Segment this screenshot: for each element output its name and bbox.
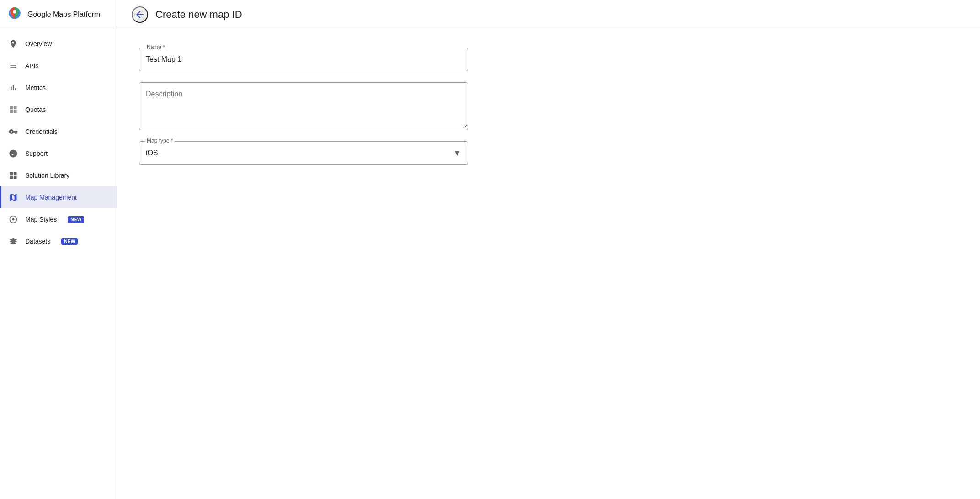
- map-styles-new-badge: NEW: [68, 216, 84, 223]
- sidebar-item-metrics-label: Metrics: [25, 84, 46, 91]
- sidebar-item-map-styles-label: Map Styles: [25, 216, 57, 223]
- metrics-icon: [9, 83, 18, 92]
- datasets-icon: [9, 237, 18, 246]
- sidebar-item-quotas[interactable]: Quotas: [0, 99, 117, 121]
- map-type-field: Map type JavaScript Android iOS ▼: [139, 141, 506, 165]
- map-type-field-wrapper: Map type JavaScript Android iOS ▼: [139, 141, 468, 165]
- credentials-icon: [9, 127, 18, 136]
- datasets-new-badge: NEW: [61, 238, 78, 245]
- map-type-select-wrapper: JavaScript Android iOS ▼: [139, 142, 468, 164]
- sidebar-item-solution-library[interactable]: Solution Library: [0, 165, 117, 186]
- sidebar-item-solution-library-label: Solution Library: [25, 172, 69, 179]
- page-title: Create new map ID: [155, 9, 242, 21]
- map-management-icon: [9, 193, 18, 202]
- overview-icon: [9, 39, 18, 48]
- sidebar-item-datasets[interactable]: Datasets NEW: [0, 230, 117, 252]
- sidebar-item-credentials-label: Credentials: [25, 128, 58, 135]
- name-input[interactable]: [139, 48, 468, 71]
- sidebar-item-quotas-label: Quotas: [25, 106, 46, 113]
- description-field-wrapper: [139, 82, 468, 130]
- apis-icon: [9, 61, 18, 70]
- sidebar-header: Google Maps Platform: [0, 0, 117, 29]
- sidebar-item-datasets-label: Datasets: [25, 238, 50, 245]
- sidebar-nav: Overview APIs Metrics: [0, 29, 117, 256]
- sidebar-item-apis[interactable]: APIs: [0, 55, 117, 77]
- map-type-select[interactable]: JavaScript Android iOS: [139, 142, 468, 164]
- solution-library-icon: [9, 171, 18, 180]
- sidebar-item-support-label: Support: [25, 150, 48, 157]
- map-styles-icon: [9, 215, 18, 224]
- sidebar-item-apis-label: APIs: [25, 62, 39, 69]
- sidebar-item-map-management[interactable]: Map Management: [0, 186, 117, 208]
- svg-point-1: [13, 10, 16, 13]
- sidebar-item-map-management-label: Map Management: [25, 194, 77, 201]
- sidebar: Google Maps Platform Overview APIs: [0, 0, 117, 499]
- main-content-area: Create new map ID Name Map type JavaScri…: [117, 0, 980, 499]
- sidebar-item-overview-label: Overview: [25, 40, 52, 48]
- sidebar-title: Google Maps Platform: [27, 10, 100, 19]
- quotas-icon: [9, 105, 18, 114]
- support-icon: [9, 149, 18, 158]
- sidebar-item-credentials[interactable]: Credentials: [0, 121, 117, 143]
- google-maps-logo: [7, 7, 22, 22]
- main-header: Create new map ID: [117, 0, 980, 29]
- sidebar-item-map-styles[interactable]: Map Styles NEW: [0, 208, 117, 230]
- name-field: Name: [139, 48, 506, 71]
- back-button[interactable]: [132, 6, 148, 23]
- back-arrow-icon: [134, 9, 145, 20]
- sidebar-item-overview[interactable]: Overview: [0, 33, 117, 55]
- description-textarea[interactable]: [139, 83, 468, 128]
- svg-point-2: [12, 218, 15, 221]
- description-field: [139, 82, 506, 130]
- form-container: Name Map type JavaScript Android iOS: [117, 29, 528, 194]
- sidebar-item-support[interactable]: Support: [0, 143, 117, 165]
- name-field-wrapper: Name: [139, 48, 468, 71]
- sidebar-item-metrics[interactable]: Metrics: [0, 77, 117, 99]
